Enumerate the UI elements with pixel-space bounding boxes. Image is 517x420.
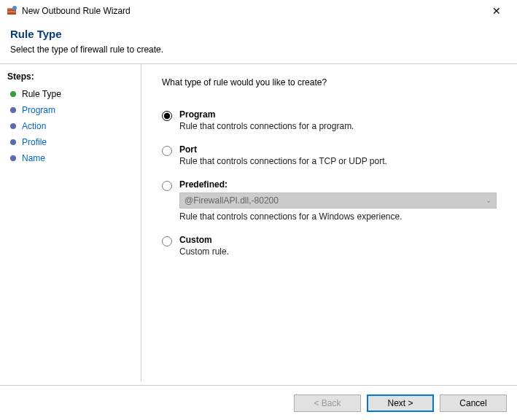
step-action[interactable]: Action [0,118,141,134]
option-label: Custom [179,235,497,245]
option-desc: Rule that controls connections for a pro… [179,121,497,131]
window-title: New Outbound Rule Wizard [22,6,482,16]
firewall-icon [6,5,18,17]
close-button[interactable]: ✕ [482,0,511,22]
step-link[interactable]: Profile [22,137,47,147]
option-desc: Custom rule. [179,246,497,257]
chevron-down-icon: ⌄ [486,196,491,204]
radio-predefined[interactable] [162,181,172,191]
step-bullet-icon [10,155,16,161]
option-custom[interactable]: Custom Custom rule. [162,235,497,257]
radio-port[interactable] [162,146,172,156]
page-title: Rule Type [10,28,507,40]
combo-value: @FirewallAPI.dll,-80200 [184,195,279,206]
step-link[interactable]: Action [22,121,46,131]
option-port[interactable]: Port Rule that controls connections for … [162,144,497,166]
rule-type-question: What type of rule would you like to crea… [162,77,497,88]
cancel-button[interactable]: Cancel [440,394,507,412]
step-profile[interactable]: Profile [0,134,141,150]
page-subtitle: Select the type of firewall rule to crea… [10,44,507,55]
wizard-content: Steps: Rule Type Program Action Profile … [0,63,517,381]
step-link[interactable]: Program [22,105,55,115]
option-desc: Rule that controls connections for a Win… [179,211,497,222]
step-name[interactable]: Name [0,150,141,166]
radio-program[interactable] [162,111,172,121]
step-program[interactable]: Program [0,102,141,118]
wizard-header: Rule Type Select the type of firewall ru… [0,22,517,63]
step-link[interactable]: Name [22,153,45,163]
step-bullet-icon [10,91,16,97]
option-label: Predefined: [179,179,497,190]
step-link[interactable]: Rule Type [22,89,61,99]
svg-rect-2 [7,11,16,12]
back-button: < Back [294,394,361,412]
steps-sidebar: Steps: Rule Type Program Action Profile … [0,64,141,381]
option-desc: Rule that controls connections for a TCP… [179,156,497,166]
step-bullet-icon [10,139,16,145]
titlebar: New Outbound Rule Wizard ✕ [0,0,517,22]
step-bullet-icon [10,107,16,113]
radio-custom[interactable] [162,236,172,246]
option-program[interactable]: Program Rule that controls connections f… [162,109,497,131]
next-button[interactable]: Next > [367,394,434,412]
svg-point-3 [12,6,17,10]
option-predefined[interactable]: Predefined: @FirewallAPI.dll,-80200 ⌄ Ru… [162,179,497,222]
step-bullet-icon [10,123,16,129]
wizard-main: What type of rule would you like to crea… [141,64,517,381]
steps-heading: Steps: [0,70,141,86]
step-rule-type[interactable]: Rule Type [0,86,141,102]
predefined-combo[interactable]: @FirewallAPI.dll,-80200 ⌄ [179,192,497,209]
wizard-footer: < Back Next > Cancel [0,385,517,420]
option-label: Program [179,109,497,120]
option-label: Port [179,144,497,155]
